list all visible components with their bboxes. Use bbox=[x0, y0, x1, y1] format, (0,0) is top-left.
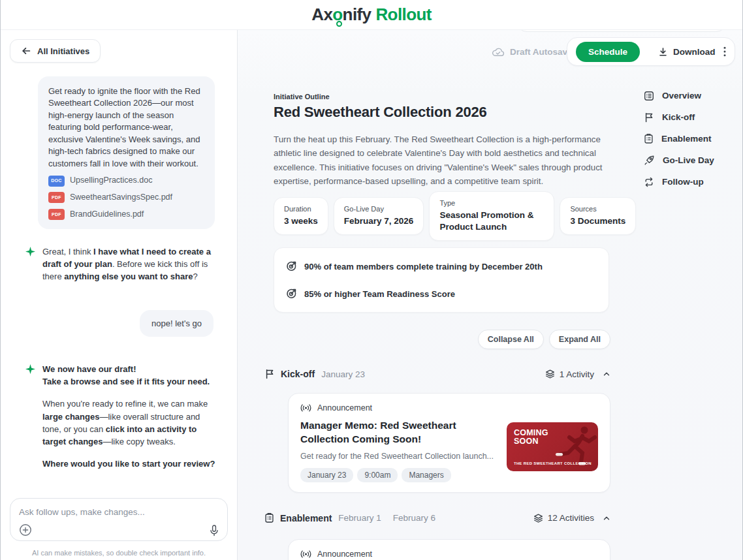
section-date-start: February 1 bbox=[338, 513, 381, 523]
attachment-upselling[interactable]: DOC UpsellingPractices.doc bbox=[48, 175, 204, 187]
ai-sparkle-icon bbox=[25, 247, 35, 257]
meta-value: 3 weeks bbox=[284, 215, 318, 227]
schedule-button[interactable]: Schedule bbox=[576, 42, 640, 62]
add-attachment-icon[interactable] bbox=[19, 523, 32, 537]
cloud-check-icon bbox=[492, 47, 505, 57]
chevron-up-icon[interactable] bbox=[602, 369, 611, 379]
announcement-broadcast-icon bbox=[300, 550, 311, 559]
ai-sparkle-icon bbox=[25, 364, 35, 374]
section-date-end: February 6 bbox=[393, 513, 435, 523]
nav-item-kickoff[interactable]: Kick-off bbox=[644, 110, 714, 124]
enablement-activities-toggle[interactable]: 12 Activities bbox=[533, 513, 611, 523]
all-initiatives-label: All Initiatives bbox=[37, 46, 89, 56]
page-title: Red Sweetheart Collection 2026 bbox=[274, 104, 487, 121]
chat-panel: All Initiatives Get ready to ignite the … bbox=[1, 30, 238, 560]
meta-card-duration: Duration 3 weeks bbox=[274, 197, 328, 235]
autosave-status: Draft Autosaved bbox=[492, 37, 578, 66]
outline-side-nav: Overview Kick-off Enable bbox=[644, 89, 714, 189]
nav-label: Overview bbox=[662, 91, 701, 101]
activity-count: 12 Activities bbox=[548, 513, 594, 523]
chat-input-box[interactable] bbox=[10, 498, 228, 541]
meta-label: Sources bbox=[570, 205, 625, 213]
pdf-file-icon: PDF bbox=[48, 209, 65, 220]
meta-cards-row: Duration 3 weeks Go-Live Day February 7,… bbox=[274, 191, 636, 241]
scrolled-toolbar-edge bbox=[516, 30, 727, 32]
activity-type-row: Announcement bbox=[300, 550, 598, 559]
activity-type-label: Announcement bbox=[317, 550, 372, 559]
activity-card-enablement[interactable]: Announcement bbox=[288, 539, 610, 560]
rocket-icon bbox=[644, 155, 655, 166]
target-goal-icon bbox=[285, 288, 297, 300]
download-button[interactable]: Download bbox=[656, 43, 718, 61]
logo-o-mark: o bbox=[332, 5, 342, 25]
nav-label: Go-Live Day bbox=[663, 155, 714, 165]
outline-eyebrow: Initiative Outline bbox=[274, 93, 330, 101]
activity-count: 1 Activity bbox=[560, 369, 594, 379]
action-toolbar: Schedule Download bbox=[567, 37, 735, 66]
pdf-file-icon: PDF bbox=[48, 192, 65, 203]
attachment-brand-guidelines[interactable]: PDF BrandGuidelines.pdf bbox=[48, 209, 204, 221]
ai-message-2: We now have our draft!Take a browse and … bbox=[25, 363, 219, 471]
goal-text: 85% or higher Team Readiness Score bbox=[304, 289, 455, 299]
nav-label: Follow-up bbox=[662, 177, 704, 187]
activity-card-manager-memo[interactable]: Announcement Manager Memo: Red Sweethear… bbox=[288, 393, 610, 493]
nav-label: Enablement bbox=[661, 134, 712, 144]
logo-rollout: Rollout bbox=[375, 5, 431, 25]
section-date: January 23 bbox=[321, 369, 365, 379]
thumbnail-caption: THE RED SWEETHEART COLLECTION bbox=[514, 461, 592, 465]
main-content: Draft Autosaved Schedule Download Initia… bbox=[238, 30, 743, 560]
meta-value: February 7, 2026 bbox=[344, 215, 414, 227]
app-window: Axonify Rollout All Initiatives Get read… bbox=[0, 0, 743, 560]
goals-card: 90% of team members complete training by… bbox=[274, 247, 609, 313]
ai-message-text: We now have our draft!Take a browse and … bbox=[42, 363, 219, 471]
more-options-button[interactable] bbox=[718, 42, 731, 61]
attachment-name: BrandGuidelines.pdf bbox=[70, 209, 144, 221]
meta-card-golive: Go-Live Day February 7, 2026 bbox=[334, 197, 424, 235]
flag-icon bbox=[644, 112, 654, 123]
download-icon bbox=[658, 47, 668, 57]
nav-item-enablement[interactable]: Enablement bbox=[644, 132, 714, 146]
target-goal-icon bbox=[285, 260, 297, 272]
logo-axonify-part: Ax bbox=[311, 5, 332, 25]
outline-description: Turn the heat up this February. The Red … bbox=[274, 132, 609, 188]
ai-message-text: Great, I think I have what I need to cre… bbox=[42, 245, 219, 283]
chat-input[interactable] bbox=[19, 507, 219, 517]
nav-item-golive[interactable]: Go-Live Day bbox=[644, 153, 714, 167]
clipboard-icon bbox=[644, 133, 654, 144]
tag-date: January 23 bbox=[300, 468, 353, 482]
download-label: Download bbox=[673, 47, 716, 57]
microphone-icon[interactable] bbox=[210, 525, 219, 537]
activity-thumbnail-image: COMING SOON THE RED SWEETHEART COLLECTIO… bbox=[507, 422, 598, 471]
attachment-name: UpsellingPractices.doc bbox=[70, 175, 152, 187]
expand-all-button[interactable]: Expand All bbox=[549, 330, 610, 349]
section-enablement-header: Enablement February 1 February 6 12 Acti… bbox=[264, 512, 611, 523]
section-kickoff-header: Kick-off January 23 1 Activity bbox=[264, 369, 611, 379]
nav-item-overview[interactable]: Overview bbox=[644, 89, 714, 102]
meta-label: Duration bbox=[284, 205, 318, 213]
activity-title: Manager Memo: Red Sweetheart Collection … bbox=[300, 419, 464, 446]
user-message-reply: nope! let's go bbox=[140, 310, 213, 337]
nav-item-followup[interactable]: Follow-up bbox=[644, 175, 714, 189]
chevron-up-icon[interactable] bbox=[602, 514, 611, 523]
repeat-icon bbox=[644, 177, 654, 187]
goal-row: 90% of team members complete training by… bbox=[274, 253, 609, 280]
collapse-all-button[interactable]: Collapse All bbox=[478, 330, 544, 349]
kebab-menu-icon bbox=[723, 46, 726, 57]
clipboard-icon bbox=[264, 512, 274, 523]
layers-icon bbox=[533, 513, 543, 523]
meta-card-type: Type Seasonal Promotion & Product Launch bbox=[429, 191, 554, 241]
ai-disclaimer: AI can make mistakes, so double check im… bbox=[1, 549, 237, 557]
attachment-savings-spec[interactable]: PDF SweetheartSavingsSpec.pdf bbox=[48, 192, 204, 204]
all-initiatives-button[interactable]: All Initiatives bbox=[10, 39, 101, 63]
user-message-brief: Get ready to ignite the floor with the R… bbox=[38, 76, 215, 229]
goal-text: 90% of team members complete training by… bbox=[304, 262, 543, 272]
announcement-broadcast-icon bbox=[300, 403, 311, 412]
thumbnail-headline: COMING SOON bbox=[514, 429, 554, 446]
activity-type-row: Announcement bbox=[300, 403, 598, 412]
meta-value: 3 Documents bbox=[570, 215, 625, 227]
kickoff-activities-toggle[interactable]: 1 Activity bbox=[545, 369, 611, 379]
meta-label: Go-Live Day bbox=[344, 205, 414, 213]
user-message-text: Get ready to ignite the floor with the R… bbox=[48, 86, 204, 170]
ai-message-1: Great, I think I have what I need to cre… bbox=[25, 245, 219, 283]
section-title: Kick-off bbox=[281, 369, 315, 379]
